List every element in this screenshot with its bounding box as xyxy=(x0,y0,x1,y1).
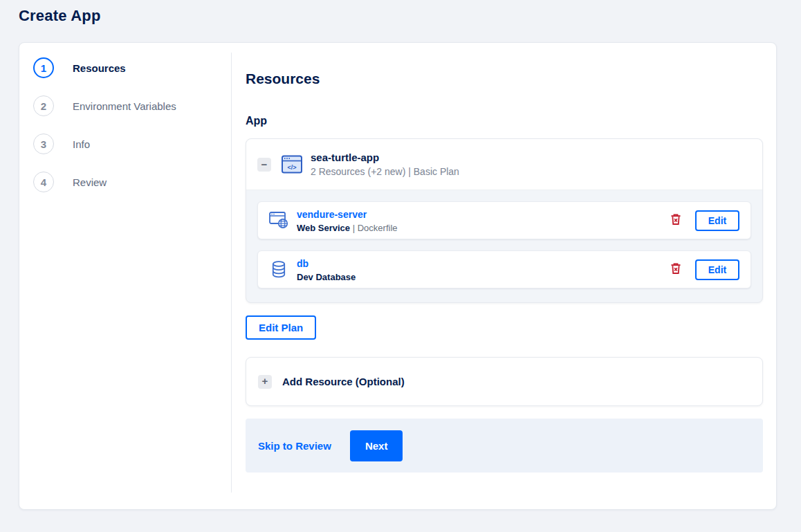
step-environment-variables[interactable]: 2 Environment Variables xyxy=(33,95,231,116)
resource-subtitle: Web Service | Dockerfile xyxy=(297,223,670,233)
app-group-body: vendure-server Web Service | Dockerfile xyxy=(246,190,762,302)
resource-kind: Web Service xyxy=(297,223,350,233)
resource-texts: db Dev Database xyxy=(297,257,670,282)
minus-icon: − xyxy=(261,158,268,170)
resource-name-link[interactable]: vendure-server xyxy=(297,209,367,220)
edit-resource-button[interactable]: Edit xyxy=(695,259,739,280)
app-header-texts: sea-turtle-app 2 Resources (+2 new) | Ba… xyxy=(311,152,459,177)
app-section-label: App xyxy=(246,115,763,127)
next-button[interactable]: Next xyxy=(350,430,403,461)
resource-row-web-service: vendure-server Web Service | Dockerfile xyxy=(257,201,751,239)
step-label: Environment Variables xyxy=(73,100,176,112)
step-label: Info xyxy=(73,138,90,150)
svg-text:</>: </> xyxy=(287,164,296,171)
trash-icon xyxy=(671,263,681,276)
app-group-header: − </> sea-turtle-app 2 Resou xyxy=(246,139,762,190)
step-number-badge: 2 xyxy=(33,95,54,116)
vertical-divider xyxy=(231,53,232,493)
plus-icon: + xyxy=(258,375,272,389)
resource-row-database: db Dev Database xyxy=(257,250,751,288)
wizard-footer: Skip to Review Next xyxy=(246,419,763,473)
page-title: Create App xyxy=(0,0,801,25)
app-group-card: − </> sea-turtle-app 2 Resou xyxy=(246,138,763,303)
add-resource-card[interactable]: + Add Resource (Optional) xyxy=(246,357,763,406)
step-label: Review xyxy=(73,176,107,188)
resource-separator: | xyxy=(350,223,358,233)
step-number-badge: 4 xyxy=(33,172,54,192)
app-window-icon: </> xyxy=(282,155,302,174)
collapse-button[interactable]: − xyxy=(257,158,271,172)
step-number-badge: 3 xyxy=(33,134,54,154)
content-heading: Resources xyxy=(246,71,763,87)
resource-source: Dockerfile xyxy=(358,223,398,233)
database-icon xyxy=(269,261,288,278)
delete-resource-button[interactable] xyxy=(670,262,682,277)
resource-name-link[interactable]: db xyxy=(297,258,309,269)
step-number-badge: 1 xyxy=(33,57,54,78)
step-content: Resources App − </> xyxy=(231,43,763,509)
edit-resource-button[interactable]: Edit xyxy=(695,210,739,231)
resource-texts: vendure-server Web Service | Dockerfile xyxy=(297,208,670,233)
resource-subtitle: Dev Database xyxy=(297,272,670,282)
edit-plan-button[interactable]: Edit Plan xyxy=(246,315,316,340)
skip-to-review-link[interactable]: Skip to Review xyxy=(258,440,331,452)
web-service-icon xyxy=(269,212,288,229)
add-resource-label: Add Resource (Optional) xyxy=(282,376,405,387)
create-app-card: 1 Resources 2 Environment Variables 3 In… xyxy=(19,42,777,510)
trash-icon xyxy=(671,214,681,227)
app-summary: 2 Resources (+2 new) | Basic Plan xyxy=(311,166,459,177)
app-name: sea-turtle-app xyxy=(311,152,459,163)
delete-resource-button[interactable] xyxy=(670,212,682,228)
resource-kind: Dev Database xyxy=(297,272,356,282)
wizard-steps: 1 Resources 2 Environment Variables 3 In… xyxy=(19,43,231,509)
step-review[interactable]: 4 Review xyxy=(33,172,231,192)
step-resources[interactable]: 1 Resources xyxy=(33,57,231,78)
step-label: Resources xyxy=(73,62,126,74)
step-info[interactable]: 3 Info xyxy=(33,134,231,154)
